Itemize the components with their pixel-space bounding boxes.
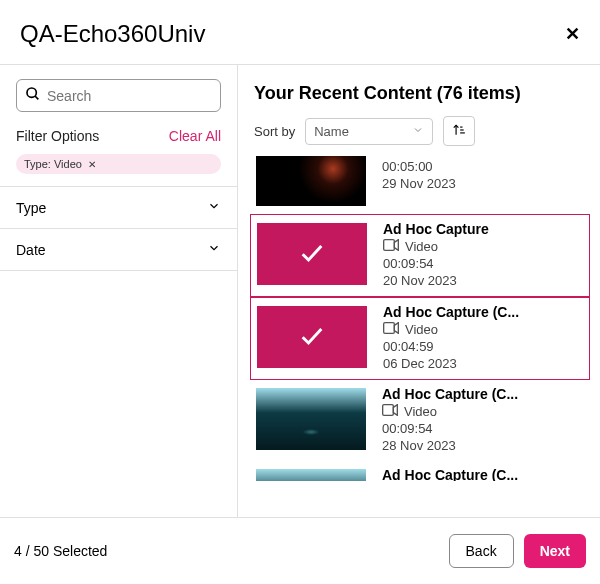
item-date: 29 Nov 2023 xyxy=(382,176,456,191)
item-date: 20 Nov 2023 xyxy=(383,273,489,288)
list-item[interactable]: Ad Hoc Capture Video 00:09:54 20 Nov 202… xyxy=(250,214,590,297)
search-input[interactable] xyxy=(47,88,212,104)
thumbnail-selected[interactable] xyxy=(257,223,367,285)
svg-marker-11 xyxy=(394,323,398,334)
item-duration: 00:04:59 xyxy=(383,339,519,354)
item-title: Ad Hoc Capture xyxy=(383,221,489,237)
video-icon xyxy=(382,156,398,157)
search-icon xyxy=(25,86,41,105)
sidebar: Filter Options Clear All Type: Video ✕ T… xyxy=(0,65,238,517)
sort-ascending-icon xyxy=(452,123,466,140)
filter-chip-remove-icon[interactable]: ✕ xyxy=(88,159,96,170)
clear-all-button[interactable]: Clear All xyxy=(169,128,221,144)
svg-marker-9 xyxy=(394,240,398,251)
video-icon xyxy=(382,404,398,419)
list-item[interactable]: Ad Hoc Capture (C... Video 00:04:59 06 D… xyxy=(250,297,590,380)
item-title: Ad Hoc Capture (C... xyxy=(382,386,518,402)
filter-chip-type-video[interactable]: Type: Video ✕ xyxy=(16,154,221,174)
search-input-wrapper[interactable] xyxy=(16,79,221,112)
item-duration: 00:05:00 xyxy=(382,159,456,174)
filter-options-label: Filter Options xyxy=(16,128,99,144)
item-title: Ad Hoc Capture (C... xyxy=(383,304,519,320)
sort-direction-button[interactable] xyxy=(443,116,475,146)
selection-count: 4 / 50 Selected xyxy=(14,543,107,559)
chevron-down-icon xyxy=(412,124,424,139)
svg-rect-8 xyxy=(384,240,395,251)
video-icon xyxy=(383,322,399,337)
sort-by-label: Sort by xyxy=(254,124,295,139)
item-kind-label: Video xyxy=(405,239,438,254)
sort-select[interactable]: Name xyxy=(305,118,433,145)
filter-chip-label: Type: Video xyxy=(24,158,82,170)
accordion-date[interactable]: Date xyxy=(0,229,237,271)
thumbnail-selected[interactable] xyxy=(257,306,367,368)
thumbnail[interactable] xyxy=(256,388,366,450)
thumbnail[interactable] xyxy=(256,156,366,206)
svg-rect-12 xyxy=(383,405,394,416)
next-button[interactable]: Next xyxy=(524,534,586,568)
item-date: 28 Nov 2023 xyxy=(382,438,518,453)
sort-select-value: Name xyxy=(314,124,349,139)
item-date: 06 Dec 2023 xyxy=(383,356,519,371)
content-list[interactable]: Video 00:05:00 29 Nov 2023 Ad Hoc Captur… xyxy=(238,156,600,517)
item-kind-label: Video xyxy=(404,404,437,419)
item-duration: 00:09:54 xyxy=(383,256,489,271)
item-kind: Video xyxy=(383,322,519,337)
item-title: Ad Hoc Capture (C... xyxy=(382,467,518,481)
check-icon xyxy=(298,239,326,270)
list-item[interactable]: Ad Hoc Capture (C... xyxy=(250,461,590,481)
accordion-type[interactable]: Type xyxy=(0,187,237,229)
list-item[interactable]: Video 00:05:00 29 Nov 2023 xyxy=(250,156,590,214)
svg-marker-13 xyxy=(393,405,397,416)
svg-rect-10 xyxy=(384,323,395,334)
item-kind: Video xyxy=(382,404,518,419)
video-icon xyxy=(383,239,399,254)
item-kind: Video xyxy=(382,156,456,157)
list-item[interactable]: Ad Hoc Capture (C... Video 00:09:54 28 N… xyxy=(250,380,590,461)
item-kind-label: Video xyxy=(404,156,437,157)
page-title: QA-Echo360Univ xyxy=(20,20,205,48)
svg-line-1 xyxy=(35,96,38,99)
content-heading: Your Recent Content (76 items) xyxy=(254,83,584,104)
svg-point-0 xyxy=(27,88,36,97)
back-button[interactable]: Back xyxy=(449,534,514,568)
item-duration: 00:09:54 xyxy=(382,421,518,436)
item-kind: Video xyxy=(383,239,489,254)
chevron-down-icon xyxy=(207,199,221,216)
thumbnail[interactable] xyxy=(256,469,366,481)
main-panel: Your Recent Content (76 items) Sort by N… xyxy=(238,65,600,517)
item-kind-label: Video xyxy=(405,322,438,337)
accordion-label: Type xyxy=(16,200,46,216)
close-icon[interactable]: ✕ xyxy=(565,23,580,45)
chevron-down-icon xyxy=(207,241,221,258)
accordion-label: Date xyxy=(16,242,46,258)
check-icon xyxy=(298,322,326,353)
